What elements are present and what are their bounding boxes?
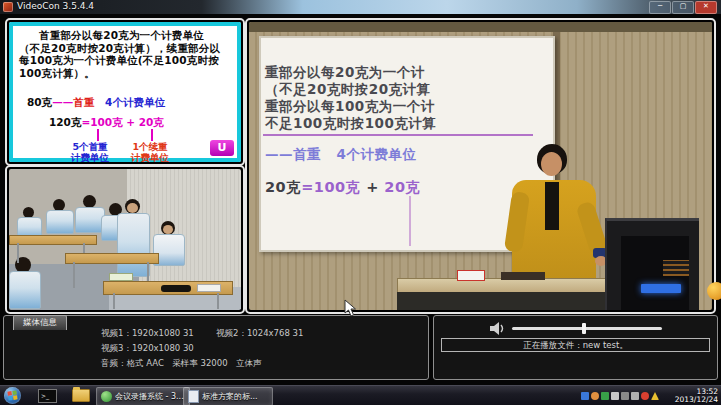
video1-info: 视频1：1920x1080 31 (101, 328, 194, 340)
tray-icon-printer[interactable] (611, 392, 619, 400)
taskbar-app-document[interactable]: 标准方案的标... (183, 387, 273, 405)
windows-flag-icon (7, 390, 17, 400)
speaker-icon[interactable] (490, 320, 506, 339)
logo-badge: U (210, 140, 234, 156)
open-book (501, 272, 545, 280)
folder-icon[interactable] (72, 389, 90, 402)
book (197, 284, 221, 292)
taskbar-app-label: 会议录播系统 - 3... (115, 391, 184, 402)
video-panel-slide[interactable]: 首重部分以每20克为一个计费单位（不足20克时按20克计算），续重部分以每100… (5, 18, 245, 166)
taskbar-app-label: 标准方案的标... (202, 391, 258, 402)
podium-front (397, 292, 615, 310)
paper-box (457, 270, 485, 281)
tray-icon-user[interactable] (591, 392, 599, 400)
video3-info: 视频3：1920x1080 30 (101, 343, 194, 355)
desk (65, 253, 159, 264)
projection-line: 不足100克时按100克计算 (265, 115, 436, 133)
rack-led-display (641, 284, 681, 293)
videocon-window: VideoCon 3.5.4.4 ─ ▢ ✕ 首重部分以每20克为一个计费单位（… (0, 0, 721, 405)
system-tray (581, 392, 659, 400)
mouse-cursor (344, 299, 357, 321)
video2-info: 视频2：1024x768 31 (216, 328, 303, 340)
tray-icon-volume[interactable] (641, 392, 649, 400)
teacher-face (541, 152, 562, 176)
notebook (109, 273, 133, 281)
slide-content: 首重部分以每20克为一个计费单位（不足20克时按20克计算），续重部分以每100… (9, 22, 241, 162)
windows-taskbar: >_ 会议录播系统 - 3... 标准方案的标... 13:52 2013/12… (0, 385, 721, 405)
rack-cables (663, 260, 689, 276)
first-dash: —— (52, 96, 73, 108)
classroom-scene (9, 169, 241, 310)
callout-additional-units: 1个续重计费单位 (131, 142, 169, 162)
teacher-scene: 重部分以每20克为一个计 （不足20克时按20克计算 重部分以每100克为一个计… (249, 22, 712, 310)
projection-line: （不足20克时按20克计算 (265, 81, 431, 99)
tray-icon-gray[interactable] (621, 392, 629, 400)
taskbar-clock[interactable]: 13:52 2013/12/24 (675, 388, 718, 404)
pencil-case (161, 285, 191, 292)
clock-date: 2013/12/24 (675, 396, 718, 404)
projection-first-line: ——首重 4个计费单位 (265, 146, 417, 164)
connector-line-left (97, 129, 99, 141)
title-bar[interactable]: VideoCon 3.5.4.4 ─ ▢ ✕ (0, 0, 721, 14)
player-panel: 正在播放文件：new test。 (433, 315, 718, 380)
connector-line-right (151, 129, 153, 141)
volume-thumb[interactable] (582, 323, 586, 334)
edge-orange-ball (707, 282, 721, 300)
maximize-button[interactable]: ▢ (672, 1, 694, 14)
projection-line: 重部分以每100克为一个计 (265, 98, 435, 116)
start-button[interactable] (4, 387, 21, 404)
taskbar-app-recording-system[interactable]: 会议录播系统 - 3... (96, 387, 190, 405)
projection-line: 重部分以每20克为一个计 (265, 64, 425, 82)
slide-paragraph: 首重部分以每20克为一个计费单位（不足20克时按20克计算），续重部分以每100… (19, 29, 225, 79)
audio-info: 音频：格式 AAC 采样率 32000 立体声 (101, 358, 262, 370)
minimize-button[interactable]: ─ (649, 1, 671, 14)
recording-app-icon (101, 391, 112, 402)
teacher-shirt (545, 182, 559, 230)
tray-icon-display[interactable] (631, 392, 639, 400)
eq-right: 20克 (139, 116, 164, 128)
video-panel-teacher[interactable]: 重部分以每20克为一个计 （不足20克时按20克计算 重部分以每100克为一个计… (245, 18, 716, 314)
slide-first-weight-line: 80克——首重 4个计费单位 (27, 96, 165, 110)
app-icon (3, 2, 13, 12)
slide-equation-line: 120克=100克 + 20克 (49, 116, 164, 130)
tray-icon-green[interactable] (601, 392, 609, 400)
media-info-tab[interactable]: 媒体信息 (13, 315, 67, 330)
tray-icon-blue[interactable] (581, 392, 589, 400)
window-title: VideoCon 3.5.4.4 (17, 1, 94, 11)
close-button[interactable]: ✕ (695, 1, 717, 14)
tray-icon-warning[interactable] (651, 392, 659, 400)
callout-first-units: 5个首重计费单位 (71, 142, 109, 162)
projection-connector (409, 196, 411, 246)
eq-mid: =100克 (81, 116, 122, 128)
volume-slider[interactable] (512, 327, 662, 330)
media-info-panel: 媒体信息 视频1：1920x1080 31 视频2：1024x768 31 视频… (3, 315, 429, 380)
eq-plus: + (123, 116, 139, 128)
command-prompt-icon[interactable]: >_ (38, 389, 57, 403)
document-app-icon (188, 390, 199, 403)
first-label: 首重 (73, 96, 94, 108)
projection-equation: 20克=100克 + 20克 (265, 178, 421, 197)
wall-beam (249, 22, 712, 32)
video-panel-classroom[interactable] (5, 165, 245, 314)
first-weight: 80克 (27, 96, 52, 108)
playback-status: 正在播放文件：new test。 (441, 338, 710, 352)
projection-divider (263, 134, 533, 136)
first-units: 4个计费单位 (105, 96, 165, 108)
eq-left: 120克 (49, 116, 81, 128)
